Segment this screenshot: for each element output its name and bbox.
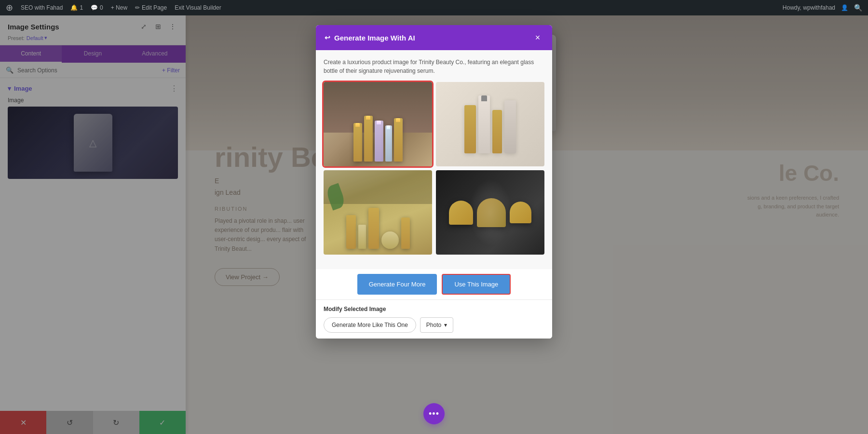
generated-image-4[interactable] bbox=[436, 170, 544, 255]
bottle-2d bbox=[504, 100, 516, 153]
bottles-group-2 bbox=[464, 95, 516, 153]
bottles-group-3 bbox=[346, 208, 410, 249]
product-image-4 bbox=[436, 170, 544, 255]
generate-four-more-button[interactable]: Generate Four More bbox=[357, 274, 437, 295]
modal-overlay: ↩ Generate Image With AI × Create a luxu… bbox=[0, 15, 868, 434]
product-image-1 bbox=[324, 82, 432, 166]
jar-4a bbox=[449, 201, 473, 225]
floating-menu-button[interactable]: ••• bbox=[423, 403, 445, 424]
user-greeting: Howdy, wpwithfahad bbox=[783, 4, 835, 11]
image-1-inner bbox=[324, 82, 432, 166]
bottle-3a bbox=[346, 215, 356, 249]
bottle-1e bbox=[394, 118, 403, 162]
modal-title: ↩ Generate Image With AI bbox=[325, 34, 415, 42]
jars-group-4 bbox=[449, 198, 531, 227]
back-arrow-icon: ↩ bbox=[325, 34, 330, 41]
jar-4b bbox=[477, 198, 506, 227]
chevron-down-icon: ▾ bbox=[444, 322, 447, 328]
modal-header: ↩ Generate Image With AI × bbox=[316, 25, 552, 50]
modify-title: Modify Selected Image bbox=[324, 306, 544, 312]
search-icon[interactable]: 🔍 bbox=[854, 4, 862, 12]
generated-image-3[interactable] bbox=[324, 170, 432, 255]
jar-4c bbox=[510, 202, 531, 223]
image-2-inner bbox=[436, 82, 544, 166]
site-name[interactable]: SEO with Fahad bbox=[21, 4, 63, 11]
modal-action-buttons: Generate Four More Use This Image bbox=[316, 269, 552, 299]
generate-image-modal: ↩ Generate Image With AI × Create a luxu… bbox=[316, 25, 552, 339]
modify-controls: Generate More Like This One Photo ▾ bbox=[324, 317, 544, 333]
new-item-btn[interactable]: + New bbox=[111, 4, 127, 11]
photo-style-select[interactable]: Photo ▾ bbox=[420, 317, 453, 333]
bottle-2c bbox=[492, 110, 502, 153]
bottle-1c bbox=[375, 121, 383, 162]
modal-description: Create a luxurious product image for Tri… bbox=[324, 58, 544, 75]
product-image-2 bbox=[436, 82, 544, 166]
modify-selected-section: Modify Selected Image Generate More Like… bbox=[316, 299, 552, 339]
bottle-1a bbox=[353, 123, 362, 162]
generate-more-like-this-button[interactable]: Generate More Like This One bbox=[324, 317, 416, 333]
modal-body: Create a luxurious product image for Tri… bbox=[316, 50, 552, 269]
product-image-3 bbox=[324, 170, 432, 255]
admin-bar: ⊕ SEO with Fahad 🔔 1 💬 0 + New ✏ Edit Pa… bbox=[0, 0, 868, 15]
user-avatar: 👤 bbox=[841, 4, 848, 11]
pencil-icon: ✏ bbox=[135, 4, 140, 11]
jar-3d bbox=[381, 231, 399, 249]
image-3-inner bbox=[324, 170, 432, 255]
bottle-3c bbox=[368, 208, 379, 249]
exit-builder-btn[interactable]: Exit Visual Builder bbox=[175, 4, 221, 11]
leaf-decoration bbox=[328, 185, 343, 209]
jar-3b bbox=[358, 225, 366, 249]
wp-logo[interactable]: ⊕ bbox=[6, 2, 13, 13]
notification-icon: 🔔 bbox=[70, 4, 78, 11]
generated-images-grid bbox=[324, 82, 544, 255]
image-4-inner bbox=[436, 170, 544, 255]
notifications[interactable]: 🔔 1 bbox=[70, 4, 83, 11]
bottle-2a bbox=[464, 105, 476, 153]
bottle-3e bbox=[401, 217, 410, 249]
bottle-1b bbox=[364, 116, 373, 162]
comment-icon: 💬 bbox=[91, 4, 98, 11]
generated-image-1[interactable] bbox=[324, 82, 432, 166]
bottle-1d bbox=[385, 125, 392, 162]
edit-page-btn[interactable]: ✏ Edit Page bbox=[135, 4, 167, 11]
modal-close-button[interactable]: × bbox=[532, 32, 543, 43]
use-this-image-button[interactable]: Use This Image bbox=[442, 274, 511, 295]
comments[interactable]: 💬 0 bbox=[91, 4, 103, 11]
generated-image-2[interactable] bbox=[436, 82, 544, 166]
bottle-2b bbox=[478, 95, 490, 153]
